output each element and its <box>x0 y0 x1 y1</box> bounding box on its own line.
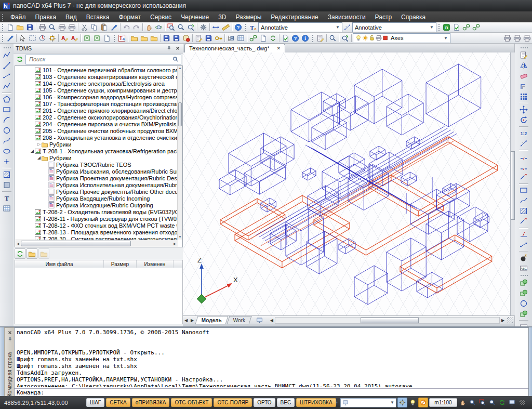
plot-preview-button[interactable] <box>512 33 522 43</box>
pin-icon[interactable] <box>6 336 13 342</box>
scale-indicator[interactable]: m1:100 <box>429 398 457 407</box>
tree-item[interactable]: 107 - Трансформаторная подстанция произв… <box>15 100 177 107</box>
paste-button[interactable] <box>99 23 109 32</box>
resize-grip[interactable] <box>520 400 525 405</box>
draw-segments-button[interactable] <box>2 50 12 60</box>
tdms-tasks-button[interactable] <box>281 33 290 43</box>
close-icon[interactable]: ✕ <box>277 46 281 51</box>
tab-work[interactable]: Work <box>227 316 251 324</box>
tab-model[interactable]: Модель <box>195 316 228 324</box>
resize-grip[interactable] <box>507 317 513 323</box>
page-setup-button[interactable] <box>67 23 77 32</box>
break-button[interactable] <box>518 151 529 162</box>
menu-2[interactable]: Правка <box>31 12 61 22</box>
refresh-icon[interactable] <box>15 248 25 259</box>
toolbar-grip[interactable] <box>2 34 4 42</box>
print-preview-button[interactable] <box>47 23 57 32</box>
select-cursor-button[interactable] <box>18 33 28 43</box>
tree-item[interactable]: 208 - Холодильная установка и отделение … <box>15 134 177 141</box>
tdms-help-button[interactable] <box>290 33 300 43</box>
undo-button[interactable] <box>122 23 131 32</box>
snap-tracking-icon[interactable] <box>397 398 407 407</box>
text-style-combo[interactable]: Annotative▼ <box>258 22 342 32</box>
tdms-link-1-button[interactable] <box>461 23 471 32</box>
tdms-recycle-button[interactable] <box>268 33 278 43</box>
find-button[interactable] <box>328 33 338 43</box>
draw-spline-button[interactable] <box>2 136 12 146</box>
explode-button[interactable] <box>518 253 529 263</box>
menu-4[interactable]: Вставка <box>82 12 114 22</box>
edit-spline-button[interactable] <box>518 195 529 206</box>
underlay-button[interactable] <box>102 33 112 43</box>
expanded-icon[interactable]: ◢ <box>30 149 35 153</box>
tree-item[interactable]: 105 - Отделение сушки, компримирования и… <box>15 87 177 94</box>
mirror-button[interactable] <box>518 60 529 71</box>
dim-style-icon[interactable] <box>342 23 352 32</box>
fullscreen-icon[interactable] <box>508 398 516 407</box>
scrollbar-thumb[interactable] <box>178 102 182 126</box>
tdms-access-key-button[interactable] <box>214 33 223 43</box>
menu-12[interactable]: Растр <box>370 12 396 22</box>
menu-1[interactable]: Файл <box>6 12 31 22</box>
menu-13[interactable]: Справка <box>396 12 430 22</box>
lengthen-button[interactable] <box>518 216 529 227</box>
find-in-base-button[interactable] <box>340 33 350 43</box>
notes-button[interactable] <box>315 33 325 43</box>
pan-button[interactable] <box>144 23 154 32</box>
match-properties-button[interactable] <box>5 33 15 43</box>
tdms-open-button[interactable] <box>129 33 139 43</box>
menu-9[interactable]: Размеры <box>231 12 266 22</box>
tree-item[interactable]: Т-208-11 - Наружный резервуар для стоков… <box>15 215 177 222</box>
scroll-right-icon[interactable]: ▶ <box>172 242 178 245</box>
toolbar-grip[interactable] <box>2 23 4 31</box>
save-file-button[interactable] <box>25 23 35 32</box>
orbit-button[interactable] <box>154 23 164 32</box>
help-button[interactable] <box>233 23 243 32</box>
measure-ruler-button[interactable] <box>221 23 231 32</box>
pin-icon[interactable] <box>165 45 172 52</box>
scroll-left-icon[interactable]: ◀ <box>15 242 21 245</box>
menu-5[interactable]: Формат <box>114 12 145 22</box>
menu-8[interactable]: 3D <box>214 12 231 22</box>
close-icon[interactable] <box>6 329 13 336</box>
draw-region-button[interactable] <box>2 180 12 190</box>
draw-rectangle-button[interactable] <box>2 104 12 115</box>
tdms-info-button[interactable] <box>300 33 310 43</box>
tree-item[interactable]: 104 - Отделение электролиза/Electrolysis… <box>15 80 177 87</box>
tree-item[interactable]: Рубрика Исполнительная документация/Rubr… <box>15 181 177 188</box>
plot-settings-button[interactable] <box>522 33 532 43</box>
model-viewport[interactable]: ZX <box>183 52 510 315</box>
explode-text-button[interactable] <box>518 263 529 273</box>
toolbar-grip[interactable] <box>3 47 11 49</box>
tree-item[interactable]: 205 - Отделение очистки побочных продукт… <box>15 127 177 134</box>
layout-list-icon[interactable] <box>255 315 264 325</box>
layout-prev-icon[interactable]: ◀ <box>183 318 189 323</box>
layout-next-icon[interactable]: ▶ <box>189 318 195 323</box>
zoom-dynamic-button[interactable] <box>176 23 186 32</box>
zoom-icon[interactable] <box>468 398 477 407</box>
draw-ellipse-button[interactable] <box>2 146 12 156</box>
copy-properties-button[interactable] <box>109 23 119 32</box>
draw-arc-button[interactable] <box>2 115 12 125</box>
offset-button[interactable] <box>518 81 529 91</box>
column-size[interactable]: Размер <box>104 260 137 268</box>
refresh-icon[interactable] <box>15 55 24 64</box>
tdms-green-2-button[interactable] <box>451 23 461 32</box>
selection-cycle-button[interactable] <box>37 33 47 43</box>
toggle-опривязка[interactable]: оПРИВЯЗКА <box>132 398 170 407</box>
edit-notes-button[interactable] <box>518 50 529 60</box>
tree-item[interactable]: Т-208-12 - ФХО сточных вод ВХМ/VCM PCT w… <box>15 222 177 229</box>
trim-button[interactable] <box>518 229 529 240</box>
scroll-left-icon[interactable]: ◀ <box>269 318 275 323</box>
rotate-button[interactable] <box>518 115 529 125</box>
image-attach-button[interactable] <box>92 33 102 43</box>
tdms-table-button[interactable] <box>236 33 246 43</box>
tdms-import-button[interactable] <box>149 33 159 43</box>
layer-combo[interactable]: Axes ▼ <box>353 33 450 43</box>
toggle-отс-объект[interactable]: ОТС-ОБЪЕКТ <box>171 398 212 407</box>
scroll-down-icon[interactable]: ▼ <box>178 235 182 240</box>
tree-horizontal-scrollbar[interactable]: ◀ ▶ <box>15 240 178 247</box>
scroll-up-icon[interactable]: ▲ <box>178 66 182 71</box>
scrollbar-thumb[interactable] <box>361 318 419 323</box>
menu-6[interactable]: Сервис <box>145 12 176 22</box>
